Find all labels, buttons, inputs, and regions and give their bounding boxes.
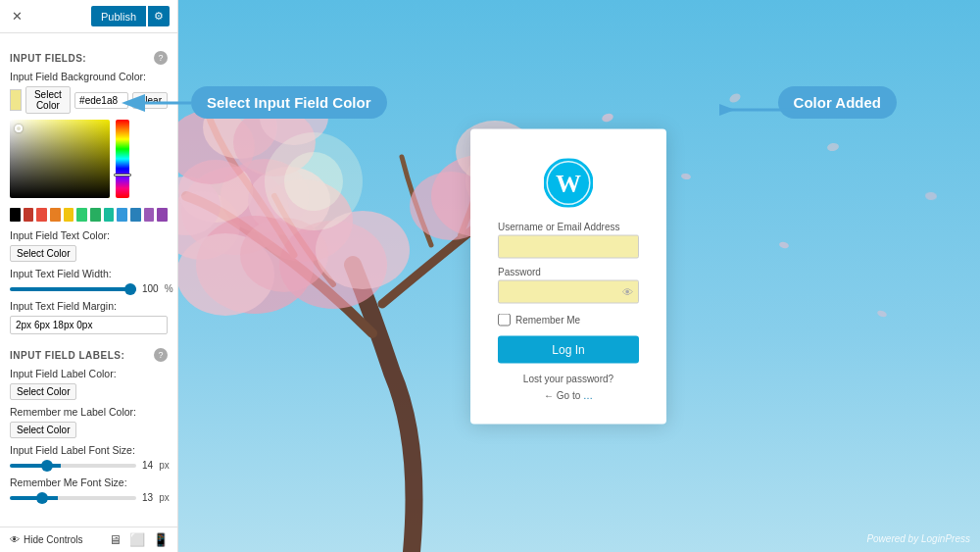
publish-area: Publish ⚙: [91, 6, 170, 26]
powered-by-text: Powered by LoginPress: [866, 533, 970, 544]
hex-input[interactable]: [74, 92, 128, 109]
username-label: Username or Email Address: [498, 221, 639, 231]
label-fontsize-value: 14: [142, 460, 153, 471]
clear-button[interactable]: Clear: [132, 92, 168, 109]
mobile-icon[interactable]: 📱: [153, 532, 169, 547]
login-button[interactable]: Log In: [498, 335, 639, 363]
hue-cursor: [114, 174, 131, 176]
label-fontsize-slider[interactable]: [10, 464, 136, 468]
swatch-green[interactable]: [76, 208, 87, 222]
goto-site-link[interactable]: …: [583, 389, 593, 400]
goto-text: ← Go to: [544, 389, 580, 400]
remember-checkbox[interactable]: [498, 313, 511, 326]
remember-color-button[interactable]: Select Color: [10, 422, 76, 438]
hide-controls-label: Hide Controls: [24, 534, 83, 545]
width-range-row: 100 %: [10, 283, 168, 294]
sidebar-panel: ✕ Publish ⚙ INPUT FIELDS: ? Input Field …: [0, 0, 178, 552]
bg-color-label: Input Field Background Color:: [10, 71, 168, 82]
hide-controls-button[interactable]: 👁 Hide Controls: [10, 534, 83, 545]
wp-logo: W: [544, 158, 593, 207]
input-fields-title: INPUT FIELDS:: [10, 53, 86, 64]
gradient-overlay: [10, 120, 110, 198]
bg-color-swatch[interactable]: [10, 89, 22, 111]
text-color-row: Select Color: [10, 245, 168, 262]
swatch-darkgreen[interactable]: [90, 208, 101, 222]
remember-fontsize-row: 13 px: [10, 492, 168, 503]
label-color-label: Input Field Label Color:: [10, 368, 168, 379]
remember-color-row: Select Color: [10, 422, 168, 438]
swatch-yellow[interactable]: [64, 208, 74, 222]
label-color-row: Select Color: [10, 383, 168, 400]
color-gradient-picker[interactable]: [10, 120, 110, 198]
remember-color-label: Remember me Label Color:: [10, 406, 168, 418]
password-wrapper: 👁: [498, 279, 639, 303]
powered-by: Powered by LoginPress: [866, 533, 970, 544]
select-color-button[interactable]: Select Color: [25, 86, 72, 114]
publish-button[interactable]: Publish: [91, 6, 146, 26]
margin-label: Input Text Field Margin:: [10, 300, 168, 312]
topbar: ✕ Publish ⚙: [0, 0, 177, 33]
swatch-red[interactable]: [36, 208, 47, 222]
remember-fontsize-slider[interactable]: [10, 496, 136, 500]
bottombar: 👁 Hide Controls 🖥 ⬜ 📱: [0, 527, 178, 552]
label-color-button[interactable]: Select Color: [10, 383, 76, 400]
swatch-orange[interactable]: [50, 208, 61, 222]
close-button[interactable]: ✕: [8, 9, 26, 24]
swatch-darkblue[interactable]: [130, 208, 141, 222]
color-cursor: [15, 125, 23, 132]
lost-password-link[interactable]: Lost your password?: [498, 373, 639, 383]
width-value: 100: [142, 283, 159, 294]
login-card: W Username or Email Address Password 👁 R…: [470, 128, 666, 424]
tablet-icon[interactable]: ⬜: [129, 532, 145, 547]
label-fontsize-unit: px: [159, 460, 170, 471]
password-input[interactable]: [498, 279, 639, 303]
swatch-blue[interactable]: [117, 208, 127, 222]
text-color-button[interactable]: Select Color: [10, 245, 76, 262]
remember-label: Remember Me: [515, 314, 580, 325]
width-slider[interactable]: [10, 287, 136, 291]
color-picker[interactable]: [10, 120, 168, 222]
remember-fontsize-label: Remember Me Font Size:: [10, 477, 168, 488]
eye-icon: 👁: [10, 534, 20, 545]
label-fontsize-row: 14 px: [10, 460, 168, 471]
width-unit: %: [165, 283, 173, 294]
swatch-teal[interactable]: [104, 208, 115, 222]
swatch-darkpurple[interactable]: [157, 208, 168, 222]
username-input[interactable]: [498, 234, 639, 258]
input-labels-title: INPUT FIELD LABELS:: [10, 350, 124, 361]
password-label: Password: [498, 266, 639, 276]
width-label: Input Text Field Width:: [10, 268, 168, 279]
labels-help-icon[interactable]: ?: [154, 348, 168, 362]
bottom-icons: 🖥 ⬜ 📱: [109, 532, 169, 547]
color-swatches-row: [10, 204, 168, 222]
remember-row: Remember Me: [498, 313, 639, 326]
svg-text:W: W: [556, 169, 581, 197]
hue-slider-vertical[interactable]: [116, 120, 129, 198]
swatch-purple[interactable]: [144, 208, 155, 222]
sidebar-content: INPUT FIELDS: ? Input Field Background C…: [0, 33, 177, 552]
help-icon[interactable]: ?: [154, 51, 168, 65]
password-toggle-icon[interactable]: 👁: [622, 285, 633, 297]
remember-fontsize-value: 13: [142, 492, 153, 503]
input-labels-section-header: INPUT FIELD LABELS: ?: [10, 348, 168, 362]
label-fontsize-label: Input Field Label Font Size:: [10, 444, 168, 456]
swatch-darkred[interactable]: [24, 208, 34, 222]
bg-color-row: Select Color Clear: [10, 86, 168, 114]
input-fields-section-header: INPUT FIELDS: ?: [10, 51, 168, 65]
text-color-label: Input Field Text Color:: [10, 229, 168, 241]
margin-input[interactable]: [10, 316, 168, 334]
settings-button[interactable]: ⚙: [148, 6, 170, 26]
goto-link[interactable]: ← Go to …: [498, 389, 639, 400]
svg-point-23: [284, 152, 343, 211]
desktop-icon[interactable]: 🖥: [109, 532, 122, 547]
swatch-black[interactable]: [10, 208, 21, 222]
remember-fontsize-unit: px: [159, 492, 170, 503]
